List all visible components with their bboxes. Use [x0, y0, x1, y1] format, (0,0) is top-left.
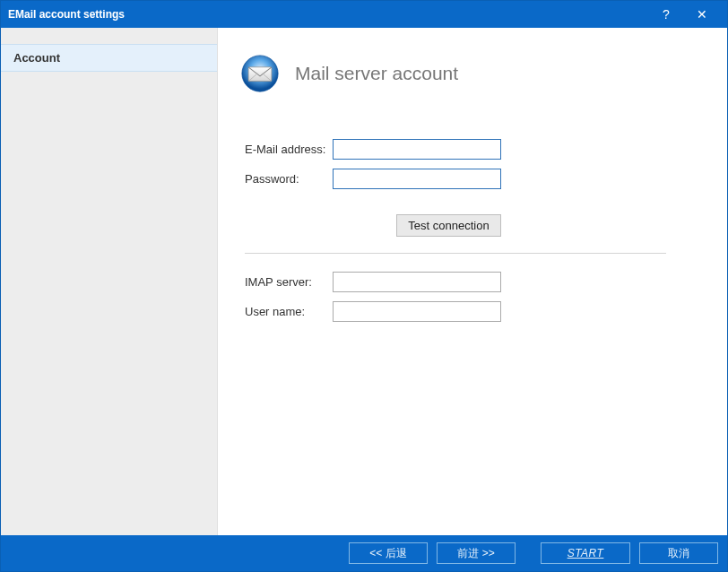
row-password: Password: [245, 169, 700, 189]
close-button[interactable]: ✕ [684, 7, 720, 22]
window-title: EMail account settings [8, 8, 648, 21]
next-button[interactable]: 前进 >> [437, 542, 516, 564]
email-input[interactable] [333, 139, 501, 160]
mail-icon [239, 53, 281, 94]
row-test: Test connection [245, 214, 700, 237]
back-button[interactable]: << 后退 [349, 542, 428, 564]
row-email: E-Mail address: [245, 139, 700, 160]
body: Account [1, 28, 727, 535]
close-icon: ✕ [697, 7, 707, 22]
row-imap: IMAP server: [245, 272, 700, 292]
titlebar: EMail account settings ? ✕ [1, 1, 727, 28]
password-input[interactable] [333, 169, 501, 189]
help-button[interactable]: ? [648, 7, 684, 22]
settings-window: EMail account settings ? ✕ Account [0, 0, 728, 572]
footer: << 后退 前进 >> START 取消 [1, 535, 727, 571]
imap-input[interactable] [333, 272, 501, 292]
sidebar-item-label: Account [13, 51, 60, 65]
imap-label: IMAP server: [245, 275, 333, 289]
username-label: User name: [245, 305, 333, 318]
sidebar-item-account[interactable]: Account [1, 44, 217, 72]
email-label: E-Mail address: [245, 143, 333, 156]
cancel-button[interactable]: 取消 [639, 542, 718, 564]
content: Mail server account E-Mail address: Pass… [218, 28, 727, 535]
row-username: User name: [245, 301, 700, 322]
start-button[interactable]: START [541, 542, 630, 564]
password-label: Password: [245, 172, 333, 186]
sidebar: Account [1, 28, 218, 535]
username-input[interactable] [333, 301, 501, 322]
page-title: Mail server account [295, 63, 458, 84]
page-header: Mail server account [239, 53, 700, 94]
divider [245, 253, 666, 254]
test-connection-button[interactable]: Test connection [396, 214, 501, 237]
